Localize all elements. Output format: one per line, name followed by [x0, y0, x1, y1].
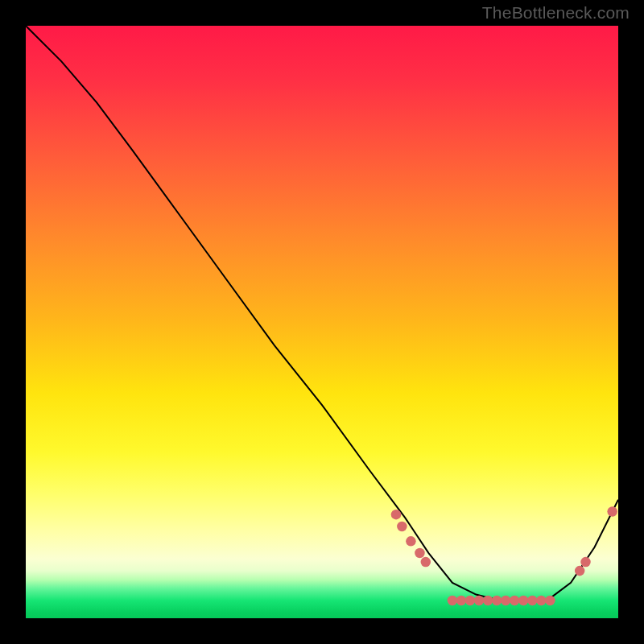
watermark-text: TheBottleneck.com [482, 3, 630, 23]
chart-plot-area [26, 26, 618, 618]
gradient-background [26, 26, 618, 618]
